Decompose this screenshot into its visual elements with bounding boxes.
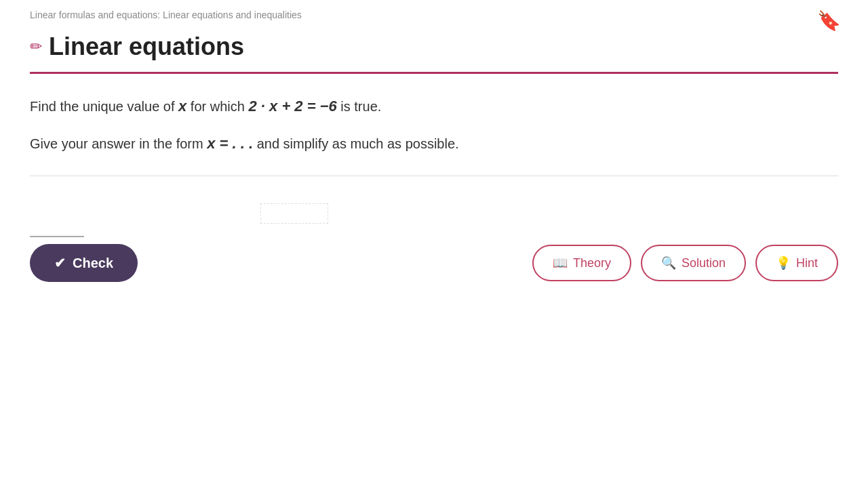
- problem-x-var: x: [178, 98, 186, 115]
- page-title-area: ✏ Linear equations: [0, 27, 868, 72]
- problem-equation: 2 · x + 2 = −6: [248, 98, 336, 115]
- problem-line-2: Give your answer in the form x = . . . a…: [30, 131, 838, 155]
- check-icon: ✔: [54, 255, 66, 271]
- problem-text-pre: Find the unique value of: [30, 99, 178, 114]
- answer-input-area: [30, 197, 838, 237]
- problem-line2-pre: Give your answer in the form: [30, 136, 207, 151]
- problem-text-post: is true.: [337, 99, 382, 114]
- solution-icon: 🔍: [661, 256, 676, 270]
- problem-area: Find the unique value of x for which 2 ·…: [0, 94, 868, 282]
- hint-label: Hint: [796, 256, 818, 270]
- page-title: Linear equations: [49, 33, 244, 61]
- breadcrumb: Linear formulas and equations: Linear eq…: [0, 0, 868, 27]
- answer-hint-box: [260, 203, 328, 224]
- problem-divider: [30, 176, 838, 176]
- theory-icon: 📖: [553, 256, 568, 270]
- answer-input[interactable]: [30, 216, 84, 237]
- problem-text-mid: for which: [186, 99, 248, 114]
- problem-form-eq: x = . . .: [207, 135, 253, 152]
- bookmark-icon[interactable]: 🔖: [817, 9, 841, 32]
- breadcrumb-text: Linear formulas and equations: Linear eq…: [30, 9, 302, 20]
- theory-label: Theory: [573, 256, 611, 270]
- hint-icon: 💡: [776, 256, 791, 270]
- hint-button[interactable]: 💡 Hint: [755, 245, 838, 281]
- problem-line-1: Find the unique value of x for which 2 ·…: [30, 94, 838, 118]
- check-button-label: Check: [73, 256, 113, 271]
- problem-line2-post: and simplify as much as possible.: [253, 136, 458, 151]
- title-divider: [30, 72, 838, 74]
- check-button[interactable]: ✔ Check: [30, 244, 138, 282]
- right-buttons: 📖 Theory 🔍 Solution 💡 Hint: [532, 245, 838, 281]
- solution-button[interactable]: 🔍 Solution: [641, 245, 746, 281]
- actions-row: ✔ Check 📖 Theory 🔍 Solution 💡 Hint: [30, 244, 838, 282]
- theory-button[interactable]: 📖 Theory: [532, 245, 631, 281]
- pencil-icon: ✏: [30, 38, 42, 56]
- solution-label: Solution: [682, 256, 726, 270]
